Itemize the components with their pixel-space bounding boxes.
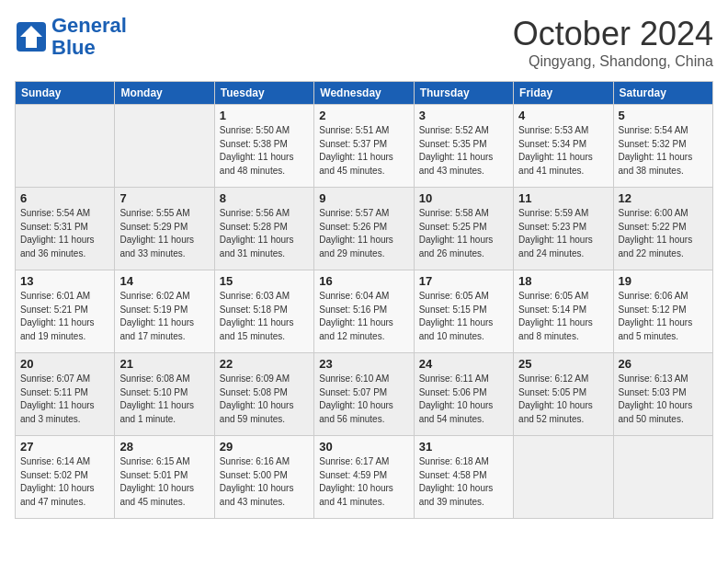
calendar-day-cell: 8Sunrise: 5:56 AM Sunset: 5:28 PM Daylig… (214, 188, 313, 270)
day-number: 21 (119, 357, 209, 371)
calendar-day-cell: 6Sunrise: 5:54 AM Sunset: 5:31 PM Daylig… (16, 188, 115, 270)
calendar-day-cell: 24Sunrise: 6:11 AM Sunset: 5:06 PM Dayli… (414, 353, 513, 436)
weekday-header: Sunday (16, 82, 115, 105)
day-number: 13 (20, 274, 109, 288)
day-info: Sunrise: 6:15 AM Sunset: 5:01 PM Dayligh… (119, 455, 209, 509)
day-number: 23 (319, 357, 408, 371)
calendar-day-cell: 11Sunrise: 5:59 AM Sunset: 5:23 PM Dayli… (514, 188, 613, 270)
day-info: Sunrise: 5:51 AM Sunset: 5:37 PM Dayligh… (319, 124, 408, 178)
day-number: 7 (119, 191, 209, 205)
day-info: Sunrise: 6:12 AM Sunset: 5:05 PM Dayligh… (518, 373, 608, 426)
day-info: Sunrise: 6:14 AM Sunset: 5:02 PM Dayligh… (20, 455, 109, 509)
day-number: 10 (419, 191, 508, 205)
calendar-day-cell: 26Sunrise: 6:13 AM Sunset: 5:03 PM Dayli… (613, 353, 712, 436)
day-info: Sunrise: 6:08 AM Sunset: 5:10 PM Dayligh… (119, 373, 209, 426)
day-number: 18 (518, 274, 608, 288)
calendar-day-cell: 19Sunrise: 6:06 AM Sunset: 5:12 PM Dayli… (613, 270, 712, 353)
calendar-week-row: 20Sunrise: 6:07 AM Sunset: 5:11 PM Dayli… (16, 353, 713, 436)
day-number: 8 (220, 191, 309, 205)
calendar-week-row: 13Sunrise: 6:01 AM Sunset: 5:21 PM Dayli… (16, 270, 713, 353)
calendar-day-cell: 22Sunrise: 6:09 AM Sunset: 5:08 PM Dayli… (214, 353, 313, 436)
day-info: Sunrise: 6:11 AM Sunset: 5:06 PM Dayligh… (419, 373, 508, 426)
day-number: 5 (619, 109, 708, 122)
calendar-day-cell: 16Sunrise: 6:04 AM Sunset: 5:16 PM Dayli… (314, 270, 414, 353)
calendar-day-cell: 2Sunrise: 5:51 AM Sunset: 5:37 PM Daylig… (314, 105, 414, 188)
calendar-table: SundayMondayTuesdayWednesdayThursdayFrid… (15, 81, 713, 519)
day-number: 30 (319, 440, 408, 454)
day-info: Sunrise: 5:56 AM Sunset: 5:28 PM Dayligh… (220, 207, 309, 260)
title-block: October 2024 Qingyang, Shandong, China (513, 15, 713, 70)
calendar-day-cell: 29Sunrise: 6:16 AM Sunset: 5:00 PM Dayli… (214, 436, 313, 519)
calendar-day-cell: 9Sunrise: 5:57 AM Sunset: 5:26 PM Daylig… (314, 188, 414, 270)
day-info: Sunrise: 5:59 AM Sunset: 5:23 PM Dayligh… (518, 207, 608, 260)
day-number: 16 (319, 274, 408, 288)
day-number: 24 (419, 357, 508, 371)
day-info: Sunrise: 6:00 AM Sunset: 5:22 PM Dayligh… (619, 207, 708, 260)
day-info: Sunrise: 6:17 AM Sunset: 4:59 PM Dayligh… (319, 455, 408, 509)
day-number: 25 (518, 357, 608, 371)
day-number: 28 (119, 440, 209, 454)
weekday-header: Monday (115, 82, 214, 105)
day-number: 12 (619, 191, 708, 205)
day-number: 20 (20, 357, 109, 371)
day-info: Sunrise: 6:01 AM Sunset: 5:21 PM Dayligh… (20, 290, 109, 343)
calendar-day-cell: 15Sunrise: 6:03 AM Sunset: 5:18 PM Dayli… (214, 270, 313, 353)
calendar-header-row: SundayMondayTuesdayWednesdayThursdayFrid… (16, 82, 713, 105)
day-number: 26 (619, 357, 708, 371)
calendar-day-cell: 10Sunrise: 5:58 AM Sunset: 5:25 PM Dayli… (414, 188, 513, 270)
calendar-day-cell: 31Sunrise: 6:18 AM Sunset: 4:58 PM Dayli… (414, 436, 513, 519)
day-info: Sunrise: 6:10 AM Sunset: 5:07 PM Dayligh… (319, 373, 408, 426)
day-info: Sunrise: 6:05 AM Sunset: 5:15 PM Dayligh… (419, 290, 508, 343)
day-number: 11 (518, 191, 608, 205)
calendar-week-row: 1Sunrise: 5:50 AM Sunset: 5:38 PM Daylig… (16, 105, 713, 188)
logo-icon (15, 20, 48, 53)
day-info: Sunrise: 5:55 AM Sunset: 5:29 PM Dayligh… (119, 207, 209, 260)
calendar-day-cell: 1Sunrise: 5:50 AM Sunset: 5:38 PM Daylig… (214, 105, 313, 188)
day-info: Sunrise: 6:03 AM Sunset: 5:18 PM Dayligh… (220, 290, 309, 343)
calendar-day-cell: 17Sunrise: 6:05 AM Sunset: 5:15 PM Dayli… (414, 270, 513, 353)
calendar-day-cell (613, 436, 712, 519)
calendar-day-cell: 7Sunrise: 5:55 AM Sunset: 5:29 PM Daylig… (115, 188, 214, 270)
calendar-week-row: 6Sunrise: 5:54 AM Sunset: 5:31 PM Daylig… (16, 188, 713, 270)
day-info: Sunrise: 5:52 AM Sunset: 5:35 PM Dayligh… (419, 124, 508, 178)
day-number: 1 (220, 109, 309, 122)
weekday-header: Wednesday (314, 82, 414, 105)
day-number: 3 (419, 109, 508, 122)
calendar-day-cell (514, 436, 613, 519)
calendar-day-cell: 12Sunrise: 6:00 AM Sunset: 5:22 PM Dayli… (613, 188, 712, 270)
day-number: 9 (319, 191, 408, 205)
calendar-day-cell: 20Sunrise: 6:07 AM Sunset: 5:11 PM Dayli… (16, 353, 115, 436)
calendar-day-cell: 23Sunrise: 6:10 AM Sunset: 5:07 PM Dayli… (314, 353, 414, 436)
day-number: 17 (419, 274, 508, 288)
calendar-day-cell (16, 105, 115, 188)
day-info: Sunrise: 6:02 AM Sunset: 5:19 PM Dayligh… (119, 290, 209, 343)
location-title: Qingyang, Shandong, China (513, 53, 713, 70)
calendar-day-cell: 18Sunrise: 6:05 AM Sunset: 5:14 PM Dayli… (514, 270, 613, 353)
page-header: General Blue October 2024 Qingyang, Shan… (15, 15, 713, 70)
calendar-day-cell: 4Sunrise: 5:53 AM Sunset: 5:34 PM Daylig… (514, 105, 613, 188)
day-info: Sunrise: 6:13 AM Sunset: 5:03 PM Dayligh… (619, 373, 708, 426)
day-info: Sunrise: 6:09 AM Sunset: 5:08 PM Dayligh… (220, 373, 309, 426)
day-number: 29 (220, 440, 309, 454)
day-number: 31 (419, 440, 508, 454)
day-info: Sunrise: 5:57 AM Sunset: 5:26 PM Dayligh… (319, 207, 408, 260)
weekday-header: Saturday (613, 82, 712, 105)
day-number: 2 (319, 109, 408, 122)
day-info: Sunrise: 5:54 AM Sunset: 5:31 PM Dayligh… (20, 207, 109, 260)
day-info: Sunrise: 5:53 AM Sunset: 5:34 PM Dayligh… (518, 124, 608, 178)
day-info: Sunrise: 5:58 AM Sunset: 5:25 PM Dayligh… (419, 207, 508, 260)
day-info: Sunrise: 5:54 AM Sunset: 5:32 PM Dayligh… (619, 124, 708, 178)
calendar-day-cell: 13Sunrise: 6:01 AM Sunset: 5:21 PM Dayli… (16, 270, 115, 353)
day-info: Sunrise: 6:07 AM Sunset: 5:11 PM Dayligh… (20, 373, 109, 426)
day-number: 6 (20, 191, 109, 205)
day-info: Sunrise: 6:16 AM Sunset: 5:00 PM Dayligh… (220, 455, 309, 509)
day-info: Sunrise: 6:06 AM Sunset: 5:12 PM Dayligh… (619, 290, 708, 343)
calendar-day-cell: 5Sunrise: 5:54 AM Sunset: 5:32 PM Daylig… (613, 105, 712, 188)
weekday-header: Friday (514, 82, 613, 105)
day-number: 19 (619, 274, 708, 288)
logo: General Blue (15, 15, 127, 59)
calendar-day-cell: 14Sunrise: 6:02 AM Sunset: 5:19 PM Dayli… (115, 270, 214, 353)
calendar-day-cell: 25Sunrise: 6:12 AM Sunset: 5:05 PM Dayli… (514, 353, 613, 436)
calendar-day-cell: 21Sunrise: 6:08 AM Sunset: 5:10 PM Dayli… (115, 353, 214, 436)
day-number: 22 (220, 357, 309, 371)
